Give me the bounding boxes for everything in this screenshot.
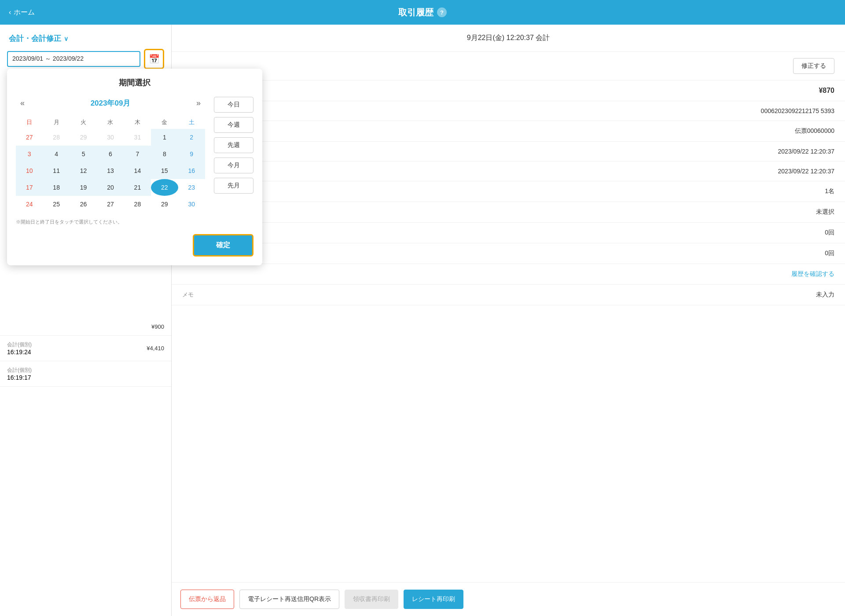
calendar-day[interactable]: 16 bbox=[178, 162, 205, 179]
date-row2: 2023/09/22 12:20:37 bbox=[172, 161, 845, 181]
main-layout: 会計・会計修正 ∨ 📅 期間選択 « 2023年09月 » bbox=[0, 25, 845, 616]
calendar-day[interactable]: 10 bbox=[16, 162, 43, 179]
main-content: 9月22日(金) 12:20:37 会計 修正する 合計金額 ¥870 0006… bbox=[172, 25, 845, 616]
back-label: ホーム bbox=[14, 8, 35, 17]
quick-select-button[interactable]: 今月 bbox=[214, 158, 254, 173]
weekday-thu: 木 bbox=[124, 116, 151, 129]
list-item[interactable]: 会計(個別) 16:19:17 bbox=[0, 361, 171, 387]
calendar-day[interactable]: 18 bbox=[43, 179, 70, 196]
memo-value: 未入力 bbox=[816, 291, 834, 299]
quick-select-button[interactable]: 先月 bbox=[214, 178, 254, 194]
calendar-popup: 期間選択 « 2023年09月 » 日 月 火 bbox=[7, 69, 262, 265]
calendar-day[interactable]: 28 bbox=[43, 129, 70, 146]
weekday-sat: 土 bbox=[178, 116, 205, 129]
calendar-week-row: 272829303112 bbox=[16, 129, 205, 146]
calendar-day[interactable]: 6 bbox=[97, 146, 124, 162]
calendar-day[interactable]: 1 bbox=[151, 129, 178, 146]
total-row: 合計金額 ¥870 bbox=[172, 81, 845, 101]
slip-reprint-button[interactable]: レシート再印刷 bbox=[404, 590, 463, 609]
filter-chevron-icon: ∨ bbox=[64, 35, 68, 42]
unselected-row: 未選択 bbox=[172, 202, 845, 223]
date-range-input[interactable] bbox=[7, 51, 140, 67]
back-chevron-icon: ‹ bbox=[9, 8, 11, 16]
calendar-day[interactable]: 7 bbox=[124, 146, 151, 162]
calendar-day[interactable]: 13 bbox=[97, 162, 124, 179]
calendar-icon: 📅 bbox=[149, 54, 160, 64]
list-item[interactable]: ¥900 bbox=[0, 318, 171, 336]
weekday-wed: 水 bbox=[97, 116, 124, 129]
qr-display-button[interactable]: 電子レシート再送信用QR表示 bbox=[239, 590, 339, 609]
calendar-day[interactable]: 3 bbox=[16, 146, 43, 162]
transaction-header: 9月22日(金) 12:20:37 会計 bbox=[172, 25, 845, 52]
weekday-mon: 月 bbox=[43, 116, 70, 129]
calendar-day[interactable]: 28 bbox=[124, 196, 151, 213]
calendar-day[interactable]: 30 bbox=[178, 196, 205, 213]
calendar-footer: 確定 bbox=[16, 234, 254, 257]
calendar-day[interactable]: 23 bbox=[178, 179, 205, 196]
calendar-day[interactable]: 2 bbox=[178, 129, 205, 146]
calendar-day[interactable]: 17 bbox=[16, 179, 43, 196]
calendar-body: « 2023年09月 » 日 月 火 水 木 金 bbox=[16, 97, 254, 225]
calendar-day[interactable]: 27 bbox=[16, 129, 43, 146]
quick-select-button[interactable]: 今週 bbox=[214, 117, 254, 133]
count-row2: 0回 bbox=[172, 243, 845, 264]
calendar-grid: 日 月 火 水 木 金 土 27282930311234567891011121… bbox=[16, 116, 205, 213]
date-row1: 2023/09/22 12:20:37 bbox=[172, 142, 845, 161]
weekday-tue: 火 bbox=[70, 116, 97, 129]
calendar-day[interactable]: 11 bbox=[43, 162, 70, 179]
list-item[interactable]: 会計(個別) 16:19:24 ¥4,410 bbox=[0, 336, 171, 361]
modify-row: 修正する bbox=[172, 52, 845, 81]
back-button[interactable]: ‹ ホーム bbox=[9, 8, 35, 17]
calendar-day[interactable]: 22 bbox=[151, 179, 178, 196]
calendar-day[interactable]: 8 bbox=[151, 146, 178, 162]
calendar-day[interactable]: 27 bbox=[97, 196, 124, 213]
calendar-hint: ※開始日と終了日をタッチで選択してください。 bbox=[16, 219, 205, 225]
calendar-button[interactable]: 📅 bbox=[144, 49, 164, 69]
calendar-week-row: 24252627282930 bbox=[16, 196, 205, 213]
calendar-day[interactable]: 14 bbox=[124, 162, 151, 179]
calendar-day[interactable]: 24 bbox=[16, 196, 43, 213]
calendar-weekdays-row: 日 月 火 水 木 金 土 bbox=[16, 116, 205, 129]
help-icon[interactable]: ? bbox=[437, 7, 447, 17]
receipt-id-row: 00062023092212175 5393 bbox=[172, 101, 845, 121]
history-link-row: 履歴を確認する bbox=[172, 264, 845, 285]
calendar-week-row: 10111213141516 bbox=[16, 162, 205, 179]
calendar-day[interactable]: 20 bbox=[97, 179, 124, 196]
sidebar-list: ¥900 会計(個別) 16:19:24 ¥4,410 会計(個別) 16:19… bbox=[0, 314, 171, 387]
calendar-month-label: 2023年09月 bbox=[91, 98, 131, 108]
quick-select-button[interactable]: 今日 bbox=[214, 97, 254, 113]
prev-month-button[interactable]: « bbox=[16, 97, 29, 110]
calendar-day[interactable]: 9 bbox=[178, 146, 205, 162]
calendar-left: « 2023年09月 » 日 月 火 水 木 金 bbox=[16, 97, 205, 225]
calendar-day[interactable]: 31 bbox=[124, 129, 151, 146]
calendar-day[interactable]: 19 bbox=[70, 179, 97, 196]
confirm-button[interactable]: 確定 bbox=[193, 234, 254, 257]
header: ‹ ホーム 取引履歴 ? bbox=[0, 0, 845, 25]
memo-row: メモ 未入力 bbox=[172, 285, 845, 305]
sidebar: 会計・会計修正 ∨ 📅 期間選択 « 2023年09月 » bbox=[0, 25, 172, 616]
count-row1: 数 0回 bbox=[172, 223, 845, 243]
total-value: ¥870 bbox=[819, 87, 834, 95]
calendar-day[interactable]: 12 bbox=[70, 162, 97, 179]
action-bar: 伝票から返品 電子レシート再送信用QR表示 領収書再印刷 レシート再印刷 bbox=[172, 582, 845, 616]
calendar-day[interactable]: 29 bbox=[70, 129, 97, 146]
quick-select-button[interactable]: 先週 bbox=[214, 137, 254, 153]
page-title: 取引履歴 ? bbox=[398, 7, 447, 18]
quick-buttons: 今日今週先週今月先月 bbox=[214, 97, 254, 225]
calendar-day[interactable]: 5 bbox=[70, 146, 97, 162]
calendar-day[interactable]: 30 bbox=[97, 129, 124, 146]
slip-number-row: 伝票00060000 bbox=[172, 121, 845, 142]
memo-label: メモ bbox=[182, 291, 194, 299]
calendar-day[interactable]: 25 bbox=[43, 196, 70, 213]
calendar-day[interactable]: 21 bbox=[124, 179, 151, 196]
calendar-week-row: 17181920212223 bbox=[16, 179, 205, 196]
modify-button[interactable]: 修正する bbox=[793, 58, 834, 74]
history-link[interactable]: 履歴を確認する bbox=[791, 270, 834, 278]
calendar-day[interactable]: 15 bbox=[151, 162, 178, 179]
calendar-day[interactable]: 29 bbox=[151, 196, 178, 213]
calendar-day[interactable]: 26 bbox=[70, 196, 97, 213]
return-from-slip-button[interactable]: 伝票から返品 bbox=[180, 590, 234, 609]
filter-label[interactable]: 会計・会計修正 ∨ bbox=[0, 33, 171, 49]
calendar-day[interactable]: 4 bbox=[43, 146, 70, 162]
next-month-button[interactable]: » bbox=[192, 97, 205, 110]
